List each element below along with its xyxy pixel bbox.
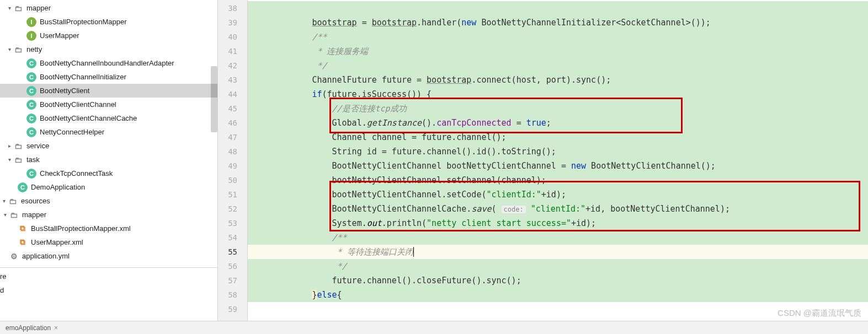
line-number: 48: [218, 144, 247, 159]
code-line[interactable]: /**: [248, 30, 868, 44]
code-line[interactable]: ChannelFuture future = bootstrap.connect…: [248, 73, 868, 87]
line-number: 44: [218, 87, 247, 101]
tree-label: service: [26, 142, 49, 150]
tree-label: CheckTcpConnectTask: [40, 169, 113, 177]
line-number: 39: [218, 15, 247, 30]
code-line[interactable]: future.channel().closeFuture().sync();: [248, 273, 868, 288]
line-number: 45: [218, 101, 247, 116]
bottom-tabbar: emoApplication ×: [0, 321, 868, 334]
tree-label: BootNettyClientChannel: [40, 100, 116, 109]
line-number: 52: [218, 202, 247, 216]
tree-item-mapper[interactable]: ▾🗀mapper: [0, 1, 217, 15]
class-icon: C: [26, 114, 36, 123]
close-icon[interactable]: ×: [54, 324, 58, 332]
tree-item-bootnettyclientchannel[interactable]: CBootNettyClientChannel: [0, 98, 217, 111]
tree-folder-mapper[interactable]: ▾ 🗀 mapper: [0, 208, 217, 222]
code-line[interactable]: BootNettyClientChannelCache.save( code: …: [248, 202, 868, 216]
param-hint: code:: [502, 206, 526, 213]
code-line[interactable]: Global.getInstance().canTcpConnected = t…: [248, 116, 868, 130]
yml-file-icon: ⚙: [9, 251, 19, 261]
chevron-down-icon: ▾: [1, 212, 9, 218]
scrollbar-thumb[interactable]: [211, 66, 217, 132]
code-line[interactable]: /**: [248, 230, 868, 245]
code-editor[interactable]: 3839404142434445464748495051525354555657…: [218, 0, 868, 321]
line-number: 56: [218, 259, 247, 273]
tree-item-bootnettyclientchannelcache[interactable]: CBootNettyClientChannelCache: [0, 111, 217, 125]
tree-item-demoapplication[interactable]: CDemoApplication: [0, 180, 217, 194]
code-line[interactable]: BootNettyClientChannel bootNettyClientCh…: [248, 159, 868, 173]
code-line[interactable]: */: [248, 259, 868, 273]
folder-icon: 🗀: [13, 141, 23, 151]
tree-file-busstallproptectionmapper.xml[interactable]: ⧉BusStallProptectionMapper.xml: [0, 222, 217, 235]
tree-label: BusStallProptectionMapper.xml: [31, 224, 131, 233]
tree-item-task[interactable]: ▾🗀task: [0, 153, 217, 166]
line-number: 51: [218, 187, 247, 202]
line-number: 41: [218, 44, 247, 58]
tree-item-nettyconnecthelper[interactable]: CNettyConnectHelper: [0, 125, 217, 139]
tree-label: DemoApplication: [31, 183, 85, 191]
line-number: 43: [218, 73, 247, 87]
line-number: 59: [218, 302, 247, 316]
tree-item[interactable]: d: [0, 283, 217, 297]
tree-file-appyml[interactable]: ⚙ application.yml: [0, 249, 217, 263]
folder-icon: 🗀: [13, 155, 23, 165]
tree-item-usermapper[interactable]: IUserMapper: [0, 29, 217, 42]
code-line[interactable]: * 连接服务端: [248, 44, 868, 58]
tree-label: UserMapper.xml: [31, 238, 83, 246]
code-line[interactable]: System.out.println("netty client start s…: [248, 216, 868, 230]
tree-label: application.yml: [22, 252, 70, 260]
code-line[interactable]: bootstrap = bootstrap.handler(new BootNe…: [248, 15, 868, 30]
chevron-down-icon: ▾: [6, 46, 13, 52]
line-number: 54: [218, 230, 247, 245]
class-icon: C: [26, 72, 36, 82]
tree-label: mapper: [22, 211, 46, 219]
code-line[interactable]: String id = future.channel().id().toStri…: [248, 144, 868, 159]
tree-file-usermapper.xml[interactable]: ⧉UserMapper.xml: [0, 235, 217, 249]
tree-label: BootNettyClientChannelCache: [40, 114, 137, 122]
tab-demoapplication[interactable]: emoApplication ×: [2, 323, 61, 333]
code-line[interactable]: bootNettyClientChannel.setChannel(channe…: [248, 173, 868, 187]
code-line-current[interactable]: * 等待连接端口关闭: [248, 245, 868, 259]
tab-label: emoApplication: [6, 324, 51, 332]
tree-label: BootNettyChannelInitializer: [40, 73, 126, 81]
class-icon: C: [26, 169, 36, 179]
tree-folder-resources[interactable]: ▾ 🗀 esources: [0, 194, 217, 208]
code-line[interactable]: [248, 1, 868, 15]
code-line[interactable]: //是否连接tcp成功: [248, 101, 868, 116]
text-caret: [413, 247, 414, 257]
folder-icon: 🗀: [13, 45, 23, 55]
project-tree-sidebar[interactable]: ▾🗀mapperIBusStallProptectionMapperIUserM…: [0, 0, 218, 321]
code-line[interactable]: bootNettyClientChannel.setCode("clientId…: [248, 187, 868, 202]
tree-label: NettyConnectHelper: [40, 128, 104, 136]
tree-label: UserMapper: [40, 31, 79, 40]
tree-item-bootnettyclient[interactable]: CBootNettyClient: [0, 84, 217, 98]
tree-item-busstallproptectionmapper[interactable]: IBusStallProptectionMapper: [0, 15, 217, 29]
class-icon: C: [26, 100, 36, 110]
line-number: 40: [218, 30, 247, 44]
code-line[interactable]: }else{: [248, 288, 868, 302]
tree-label: mapper: [26, 4, 51, 12]
tree-item-service[interactable]: ▸🗀service: [0, 139, 217, 153]
line-number: 57: [218, 273, 247, 288]
code-area[interactable]: bootstrap = bootstrap.handler(new BootNe…: [248, 0, 868, 321]
tree-item-netty[interactable]: ▾🗀netty: [0, 42, 217, 56]
line-number: 46: [218, 116, 247, 130]
class-runnable-icon: C: [18, 182, 28, 192]
code-line[interactable]: if(future.isSuccess()) {: [248, 87, 868, 101]
chevron-down-icon: ▾: [6, 5, 13, 11]
tree-item-bootnettychannelinboundhandleradapter[interactable]: CBootNettyChannelInboundHandlerAdapter: [0, 56, 217, 70]
tree-item[interactable]: re: [0, 270, 217, 283]
tree-label: task: [26, 155, 40, 164]
line-number-gutter: 3839404142434445464748495051525354555657…: [218, 0, 248, 321]
tree-item-checktcpconnecttask[interactable]: CCheckTcpConnectTask: [0, 166, 217, 180]
tree-item-bootnettychannelinitializer[interactable]: CBootNettyChannelInitializer: [0, 70, 217, 84]
line-number: 42: [218, 58, 247, 73]
chevron-down-icon: ▾: [6, 157, 13, 163]
chevron-right-icon: ▸: [6, 143, 13, 149]
code-line[interactable]: [248, 302, 868, 316]
tree-label: BusStallProptectionMapper: [40, 18, 127, 26]
class-icon: C: [26, 127, 36, 137]
code-line[interactable]: */: [248, 58, 868, 73]
line-number: 53: [218, 216, 247, 230]
code-line[interactable]: Channel channel = future.channel();: [248, 130, 868, 144]
